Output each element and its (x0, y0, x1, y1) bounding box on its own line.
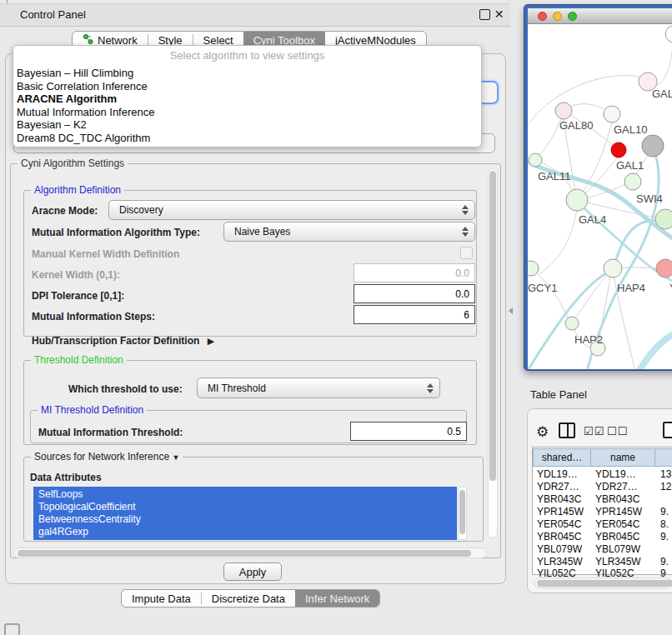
minimize-window-icon[interactable] (553, 12, 562, 21)
node-swi4[interactable] (655, 209, 672, 229)
network-window-titlebar[interactable] (528, 8, 672, 24)
algorithm-dropdown-popup: Select algorithm to view settings Bayesi… (13, 45, 482, 148)
node-cut-top[interactable] (665, 26, 672, 42)
float-panel-button[interactable] (479, 9, 490, 20)
node-hap2[interactable] (565, 317, 579, 330)
table-cell[interactable]: YLR345W (595, 556, 641, 568)
table-cell[interactable]: 8. (660, 518, 669, 530)
table-row[interactable]: YER054C (537, 518, 581, 530)
kernel-width-field[interactable]: 0.0 (354, 263, 475, 282)
tab-discretize-data[interactable]: Discretize Data (202, 590, 295, 607)
cyni-bottom-tabbar: Impute Data Discretize Data Infer Networ… (121, 589, 380, 608)
node-gal11[interactable] (529, 153, 542, 167)
data-attributes-list[interactable]: SelfLoops TopologicalCoefficient Between… (33, 487, 457, 540)
manual-kernel-width-label: Manual Kernel Width Definition (32, 248, 179, 260)
node-gal80[interactable] (555, 102, 572, 119)
node-red[interactable] (611, 142, 626, 158)
aracne-mode-label: Aracne Mode: (32, 205, 98, 217)
expand-right-icon: ▶ (208, 336, 214, 346)
split-pane-icon[interactable] (559, 422, 575, 438)
node-gray[interactable] (642, 135, 664, 157)
dpi-tolerance-field[interactable]: 0.0 (354, 284, 475, 303)
node-label: GAL10 (614, 123, 647, 136)
threshold-definition-title: Threshold Definition (31, 354, 127, 366)
close-window-icon[interactable] (538, 12, 547, 21)
table-cell[interactable]: 9. (660, 506, 669, 518)
column-header-name[interactable]: name (590, 448, 655, 467)
which-threshold-combo[interactable]: MI Threshold (197, 378, 440, 398)
table-cell[interactable]: YBL079W (595, 543, 640, 555)
algorithm-option[interactable]: Bayesian – Hill Climbing (17, 67, 133, 79)
attributes-scrollbar-thumb[interactable] (459, 490, 465, 534)
tab-impute-data[interactable]: Impute Data (122, 590, 201, 607)
close-panel-button[interactable]: ✕ (494, 9, 504, 20)
column-header-shared-name[interactable]: shared… (533, 448, 591, 467)
algorithm-definition-title: Algorithm Definition (31, 184, 124, 196)
tab-infer-network[interactable]: Infer Network (295, 590, 379, 607)
attribute-item[interactable]: TopologicalCoefficient (38, 501, 136, 512)
table-row[interactable]: YDL19… (537, 468, 578, 480)
mi-steps-field[interactable]: 6 (354, 305, 475, 324)
gear-icon[interactable]: ⚙ (536, 423, 549, 441)
algorithm-option[interactable]: Bayesian – K2 (17, 118, 87, 131)
settings-hscrollbar-thumb[interactable] (18, 550, 471, 557)
table-cell[interactable]: 9. (660, 556, 669, 568)
table-row[interactable]: YPR145W (537, 506, 584, 518)
mi-steps-label: Mutual Information Steps: (32, 311, 155, 322)
manual-kernel-width-checkbox[interactable] (460, 247, 473, 259)
table-row[interactable]: YBL079W (537, 543, 582, 555)
algorithm-option[interactable]: Dream8 DC_TDC Algorithm (17, 132, 150, 144)
apply-button[interactable]: Apply (223, 562, 282, 581)
algorithm-option-aracne[interactable]: ARACNE Algorithm (17, 92, 117, 105)
column-header-cut[interactable]: A (654, 448, 672, 467)
settings-hscrollbar[interactable] (13, 548, 487, 558)
table-row[interactable]: YLR345W (537, 556, 583, 568)
node-hap4[interactable] (604, 259, 622, 278)
table-cell[interactable]: YDR27… (595, 481, 638, 492)
table-cell[interactable]: 12 (660, 481, 671, 492)
select-all-columns-icon[interactable]: ☑☑ (584, 425, 604, 438)
table-row[interactable]: YDR27… (537, 481, 579, 492)
node-gal4[interactable] (566, 189, 588, 211)
attribute-item[interactable]: BetweennessCentrality (38, 513, 141, 525)
node-label: GAL1 (616, 159, 644, 172)
stepper-icon (427, 383, 434, 393)
table-cell[interactable]: YER054C (595, 518, 639, 530)
mi-threshold-field[interactable]: 0.5 (350, 422, 467, 441)
node-gal10[interactable] (604, 106, 620, 122)
node-label: GAL4 (579, 213, 606, 226)
table-cell[interactable]: YDL19… (595, 468, 636, 480)
table-cell[interactable]: YPR145W (595, 506, 642, 518)
attribute-item[interactable]: gal4RGexp (38, 526, 88, 538)
attribute-item[interactable]: SelfLoops (38, 488, 83, 500)
which-threshold-label: Which threshold to use: (68, 383, 183, 395)
node-gcy1[interactable] (528, 261, 539, 276)
mi-algorithm-type-combo[interactable]: Naive Bayes (223, 222, 475, 242)
table-cell[interactable]: YBR045C (595, 531, 639, 542)
algorithm-option[interactable]: Basic Correlation Inference (17, 80, 148, 92)
table-row[interactable]: YBR045C (537, 531, 581, 542)
table-cell[interactable]: 9. (660, 531, 669, 542)
table-row[interactable]: YBR043C (537, 493, 581, 505)
attributes-scrollbar[interactable] (458, 487, 467, 540)
settings-scrollbar[interactable] (488, 168, 498, 538)
node-salmon[interactable] (656, 259, 672, 278)
table-hscrollbar[interactable] (534, 578, 672, 588)
dock-panel-icon[interactable] (4, 623, 20, 635)
new-table-icon[interactable] (663, 422, 672, 438)
table-cell[interactable]: 13 (660, 468, 671, 480)
aracne-mode-combo[interactable]: Discovery (108, 200, 475, 220)
algorithm-option[interactable]: Mutual Information Inference (17, 106, 154, 118)
sources-group-title[interactable]: Sources for Network Inference ▼ (31, 451, 183, 462)
hub-definition-toggle[interactable]: Hub/Transcription Factor Definition ▶ (32, 335, 214, 347)
node-gal1[interactable] (624, 173, 641, 190)
table-hscrollbar-thumb[interactable] (537, 580, 672, 587)
deselect-all-columns-icon[interactable]: ☐☐ (607, 425, 628, 438)
mi-algorithm-type-label: Mutual Information Algorithm Type: (32, 227, 200, 238)
splitter-arrow-icon[interactable] (509, 308, 513, 314)
mi-threshold-group-title: MI Threshold Definition (38, 404, 147, 416)
table-cell[interactable]: YBR043C (595, 493, 639, 505)
settings-scrollbar-thumb[interactable] (489, 171, 496, 481)
zoom-window-icon[interactable] (568, 12, 577, 21)
network-canvas[interactable]: GAL GAL80 GAL10 GAL1 GAL11 SWI4 GAL4 GCY… (528, 24, 672, 369)
